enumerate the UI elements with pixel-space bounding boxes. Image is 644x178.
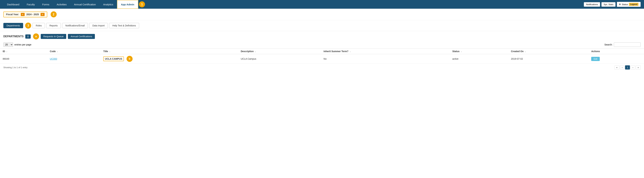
status-label: Status bbox=[622, 3, 628, 6]
cell-description: UCLA Campus bbox=[238, 54, 321, 64]
table-body: 86049 UC000 UCLA CAMPUS b UCLA Campus No… bbox=[0, 54, 644, 64]
tab-help-text[interactable]: Help Text & Definitions bbox=[109, 23, 139, 28]
col-description[interactable]: Description ↕ bbox=[238, 49, 321, 54]
callout-3: 3 bbox=[25, 23, 31, 29]
search-input[interactable] bbox=[614, 42, 641, 47]
sub-tab-annual-certifications[interactable]: Annual Certifications bbox=[68, 34, 95, 39]
fiscal-year-value: 2024 - 2025 bbox=[26, 13, 39, 16]
departments-title: DEPARTMENTS bbox=[3, 35, 24, 38]
showing-text: Showing 1 to 1 of 1 entry bbox=[3, 66, 28, 69]
fiscal-next-button[interactable]: > bbox=[40, 13, 44, 16]
tab-data-import[interactable]: Data Import bbox=[89, 23, 108, 28]
pagination-current[interactable]: 1 bbox=[625, 65, 630, 70]
callout-b: b bbox=[126, 56, 132, 62]
departments-table: ID ↕ Code ↕ Title ↕ Description ↕ Inheri… bbox=[0, 48, 644, 64]
col-id[interactable]: ID ↕ bbox=[0, 49, 47, 54]
navbar-right: Notifications Sys. Stats Status Legend bbox=[584, 2, 641, 7]
status-dot-icon bbox=[619, 3, 621, 5]
tab-departments[interactable]: Departments bbox=[3, 23, 23, 28]
table-icon: ☰ bbox=[27, 35, 29, 38]
nav-item-dashboard[interactable]: Dashboard bbox=[3, 0, 23, 9]
sort-icon-created: ↕ bbox=[525, 50, 526, 53]
sort-icon-inherit: ↕ bbox=[350, 50, 351, 53]
col-actions: Actions bbox=[588, 49, 644, 54]
cell-created-on: 2019-07-02 bbox=[508, 54, 588, 64]
sort-icon-id: ↕ bbox=[6, 50, 8, 53]
tab-notifications-email[interactable]: Notifications/Email bbox=[62, 23, 88, 28]
sys-stats-button[interactable]: Sys. Stats bbox=[602, 2, 616, 7]
entries-per-page-select[interactable]: 25 50 100 bbox=[3, 42, 13, 47]
code-link[interactable]: UC000 bbox=[50, 58, 57, 60]
nav-item-forms[interactable]: Forms bbox=[38, 0, 53, 9]
nav-item-annual-certification[interactable]: Annual Certification bbox=[70, 0, 100, 9]
search-label: Search: bbox=[604, 43, 612, 46]
nav-item-app-admin[interactable]: App Admin bbox=[117, 0, 138, 9]
tab-roles[interactable]: Roles bbox=[32, 23, 45, 28]
pagination-prev[interactable]: ‹ bbox=[620, 65, 624, 70]
entries-per-page-label: entries per page bbox=[14, 43, 31, 46]
table-row: 86049 UC000 UCLA CAMPUS b UCLA Campus No… bbox=[0, 54, 644, 64]
cell-title: UCLA CAMPUS b bbox=[100, 54, 238, 64]
fiscal-year-bar: Fiscal Year: < 2024 - 2025 > 2 bbox=[0, 9, 644, 20]
col-created-on[interactable]: Created On ↕ bbox=[508, 49, 588, 54]
nav-item-faculty[interactable]: Faculty bbox=[23, 0, 38, 9]
fiscal-year-box: Fiscal Year: < 2024 - 2025 > bbox=[3, 11, 47, 17]
sub-tab-requests-queue[interactable]: Requests In Queue bbox=[41, 34, 66, 39]
title-highlighted: UCLA CAMPUS bbox=[103, 57, 124, 61]
sort-icon-status: ↕ bbox=[461, 50, 462, 53]
tab-reports[interactable]: Reports bbox=[46, 23, 61, 28]
legend-badge: Legend bbox=[629, 3, 638, 6]
nav-items: Dashboard Faculty Forms Activities Annua… bbox=[3, 0, 584, 9]
col-status[interactable]: Status ↕ bbox=[450, 49, 508, 54]
table-header: ID ↕ Code ↕ Title ↕ Description ↕ Inheri… bbox=[0, 49, 644, 54]
navbar: Dashboard Faculty Forms Activities Annua… bbox=[0, 0, 644, 9]
pagination-first[interactable]: « bbox=[614, 65, 619, 70]
nav-item-analytics[interactable]: Analytics bbox=[100, 0, 117, 9]
cell-actions: Edit bbox=[588, 54, 644, 64]
nav-item-activities[interactable]: Activities bbox=[53, 0, 70, 9]
cell-inherit-summer: No bbox=[321, 54, 450, 64]
pagination-last[interactable]: » bbox=[636, 65, 641, 70]
table-footer: Showing 1 to 1 of 1 entry « ‹ 1 › » bbox=[0, 64, 644, 71]
fiscal-year-label: Fiscal Year: bbox=[6, 13, 19, 16]
callout-1: 1 bbox=[139, 1, 145, 7]
notifications-button[interactable]: Notifications bbox=[584, 2, 600, 7]
departments-header: DEPARTMENTS ☰ a Requests In Queue Annual… bbox=[0, 31, 644, 41]
sort-icon-code: ↕ bbox=[57, 50, 58, 53]
pagination-next[interactable]: › bbox=[630, 65, 635, 70]
edit-button[interactable]: Edit bbox=[591, 57, 600, 61]
cell-status: active bbox=[450, 54, 508, 64]
sort-icon-description: ↕ bbox=[255, 50, 256, 53]
dept-icon-button[interactable]: ☰ bbox=[25, 34, 31, 39]
status-button[interactable]: Status Legend bbox=[617, 2, 641, 7]
col-inherit-summer[interactable]: Inherit Summer Term? ↕ bbox=[321, 49, 450, 54]
table-controls: 25 50 100 entries per page Search: bbox=[0, 41, 644, 48]
fiscal-prev-button[interactable]: < bbox=[21, 13, 25, 16]
callout-a: a bbox=[33, 33, 39, 39]
search-area: Search: bbox=[604, 42, 641, 47]
entries-select-area: 25 50 100 entries per page bbox=[3, 42, 31, 47]
col-title[interactable]: Title ↕ bbox=[100, 49, 238, 54]
sort-icon-title: ↕ bbox=[110, 50, 110, 53]
cell-code: UC000 bbox=[47, 54, 100, 64]
tabs-bar: Departments 3 Roles Reports Notification… bbox=[0, 20, 644, 31]
table-header-row: ID ↕ Code ↕ Title ↕ Description ↕ Inheri… bbox=[0, 49, 644, 54]
col-code[interactable]: Code ↕ bbox=[47, 49, 100, 54]
callout-2: 2 bbox=[50, 11, 57, 17]
pagination: « ‹ 1 › » bbox=[614, 65, 641, 70]
cell-id: 86049 bbox=[0, 54, 47, 64]
